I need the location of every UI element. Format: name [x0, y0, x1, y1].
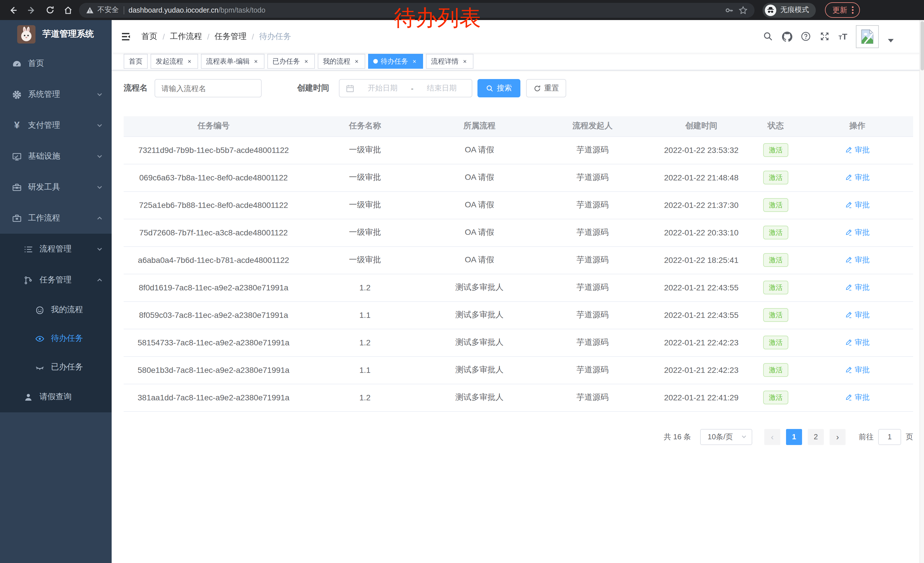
url-text: dashboard.yudao.iocoder.cn/bpm/task/todo — [129, 6, 266, 14]
list-icon — [24, 244, 33, 254]
app-header: 首页 / 工作流程 / 任务管理 / 待办任务 — [112, 20, 924, 53]
approve-link[interactable]: 审批 — [845, 392, 870, 402]
close-icon[interactable]: × — [303, 58, 310, 65]
table-row: 725a1eb6-7b88-11ec-8ef0-acde48001122 一级审… — [124, 191, 913, 219]
close-icon[interactable]: × — [353, 58, 360, 65]
approve-link[interactable]: 审批 — [845, 365, 870, 375]
search-button[interactable]: 搜索 — [477, 79, 520, 98]
approve-link[interactable]: 审批 — [845, 255, 870, 265]
date-range-input[interactable]: 开始日期 - 结束日期 — [339, 79, 472, 98]
close-icon[interactable]: × — [461, 58, 468, 65]
cell-actions: 审批 — [801, 136, 913, 164]
approve-link[interactable]: 审批 — [845, 282, 870, 293]
back-icon[interactable] — [6, 3, 21, 18]
security-warning[interactable]: 不安全 — [86, 5, 119, 15]
gear-icon — [12, 90, 22, 99]
refresh-icon — [533, 84, 541, 92]
sidebar-item-todo-tasks[interactable]: 待办任务 — [0, 324, 112, 353]
bookmark-star-icon[interactable] — [738, 6, 748, 15]
cell-created: 2022-01-22 21:48:48 — [652, 164, 750, 191]
cell-task-id: 580e1b3d-7ac8-11ec-a9e2-a2380e71991a — [124, 356, 303, 384]
tab-process-form-edit[interactable]: 流程表单-编辑× — [201, 54, 264, 69]
tab-home[interactable]: 首页 — [124, 54, 148, 69]
approve-link[interactable]: 审批 — [845, 337, 870, 348]
breadcrumb-item[interactable]: 工作流程 — [170, 31, 202, 42]
help-icon[interactable] — [801, 31, 811, 42]
cell-created: 2022-01-21 22:41:29 — [652, 384, 750, 411]
cell-initiator: 芋道源码 — [532, 136, 652, 164]
sidebar-item-infra[interactable]: 基础设施 — [0, 141, 112, 172]
close-icon[interactable]: × — [411, 58, 418, 65]
process-name-label: 流程名 — [124, 83, 148, 93]
filter-form: 流程名 创建时间 开始日期 - 结束日期 搜索 重 — [124, 79, 913, 98]
tabs-bar: 首页 发起流程× 流程表单-编辑× 已办任务× 我的流程× 待办任务× 流程详情… — [112, 53, 924, 71]
sidebar-item-process-mgmt[interactable]: 流程管理 — [0, 234, 112, 264]
browser-menu-icon[interactable] — [852, 6, 854, 14]
search-icon[interactable] — [763, 31, 773, 42]
fullscreen-icon[interactable] — [819, 31, 830, 42]
app-logo[interactable]: 芋道管理系统 — [0, 20, 112, 48]
cell-process: OA 请假 — [426, 219, 532, 246]
cell-task-name: 一级审批 — [303, 246, 426, 274]
sidebar-item-system[interactable]: 系统管理 — [0, 79, 112, 110]
page-button-2[interactable]: 2 — [808, 429, 824, 445]
breadcrumb-item[interactable]: 首页 — [141, 31, 158, 42]
goto-page-input[interactable] — [878, 429, 901, 445]
font-size-icon[interactable]: TT — [838, 32, 847, 41]
range-separator: - — [411, 84, 414, 93]
sidebar-item-payment[interactable]: ¥ 支付管理 — [0, 110, 112, 141]
forward-icon[interactable] — [24, 3, 39, 18]
tab-start-process[interactable]: 发起流程× — [151, 54, 198, 69]
sidebar-item-task-mgmt[interactable]: 任务管理 — [0, 264, 112, 296]
cell-process: 测试多审批人 — [426, 384, 532, 411]
avatar[interactable] — [856, 25, 879, 48]
close-icon[interactable]: × — [252, 58, 260, 65]
close-icon[interactable]: × — [186, 58, 193, 65]
tab-process-detail[interactable]: 流程详情× — [426, 54, 474, 69]
next-page-button[interactable]: › — [830, 429, 846, 445]
cell-task-name: 1.1 — [303, 301, 426, 329]
sidebar-item-home[interactable]: 首页 — [0, 48, 112, 79]
approve-link[interactable]: 审批 — [845, 145, 870, 155]
cell-created: 2022-01-22 20:33:10 — [652, 219, 750, 246]
sidebar-item-my-process[interactable]: 我的流程 — [0, 296, 112, 324]
sidebar-item-devtools[interactable]: 研发工具 — [0, 172, 112, 203]
update-button[interactable]: 更新 — [825, 2, 860, 18]
tab-my-process[interactable]: 我的流程× — [318, 54, 365, 69]
sidebar-item-leave-query[interactable]: 请假查询 — [0, 381, 112, 412]
approve-link[interactable]: 审批 — [845, 227, 870, 238]
cell-actions: 审批 — [801, 246, 913, 274]
approve-label: 审批 — [855, 392, 870, 402]
approve-link[interactable]: 审批 — [845, 173, 870, 183]
reload-icon[interactable] — [42, 3, 57, 18]
chevron-down-icon — [96, 122, 103, 129]
github-icon[interactable] — [782, 31, 792, 42]
approve-link[interactable]: 审批 — [845, 310, 870, 320]
url-bar[interactable]: 不安全 dashboard.yudao.iocoder.cn/bpm/task/… — [79, 3, 754, 18]
prev-page-button[interactable]: ‹ — [764, 429, 780, 445]
scrollbar[interactable] — [920, 20, 924, 563]
reset-button[interactable]: 重置 — [526, 79, 566, 98]
sidebar-item-workflow[interactable]: 工作流程 — [0, 203, 112, 234]
table-row: 8f059c03-7ac8-11ec-a9e2-a2380e71991a 1.1… — [124, 301, 913, 329]
table-row: 580e1b3d-7ac8-11ec-a9e2-a2380e71991a 1.1… — [124, 356, 913, 384]
password-key-icon[interactable] — [725, 6, 734, 15]
status-badge: 激活 — [763, 226, 788, 239]
approve-link[interactable]: 审批 — [845, 200, 870, 210]
reset-button-label: 重置 — [544, 83, 559, 93]
create-time-label: 创建时间 — [297, 83, 329, 93]
cell-status: 激活 — [750, 274, 801, 301]
page-size-select[interactable]: 10条/页 — [700, 429, 752, 445]
tab-todo-tasks[interactable]: 待办任务× — [368, 54, 423, 69]
sidebar-collapse-icon[interactable] — [121, 31, 132, 42]
tab-done-tasks[interactable]: 已办任务× — [267, 54, 315, 69]
scrollbar-thumb[interactable] — [921, 21, 924, 71]
home-icon[interactable] — [61, 3, 76, 18]
caret-down-icon[interactable] — [887, 38, 894, 43]
sidebar-item-done-tasks[interactable]: 已办任务 — [0, 353, 112, 381]
cell-task-name: 1.2 — [303, 384, 426, 411]
page-button-1[interactable]: 1 — [786, 429, 802, 445]
breadcrumb-item[interactable]: 任务管理 — [214, 31, 247, 42]
process-name-input[interactable] — [154, 79, 262, 98]
status-badge: 激活 — [763, 198, 788, 212]
